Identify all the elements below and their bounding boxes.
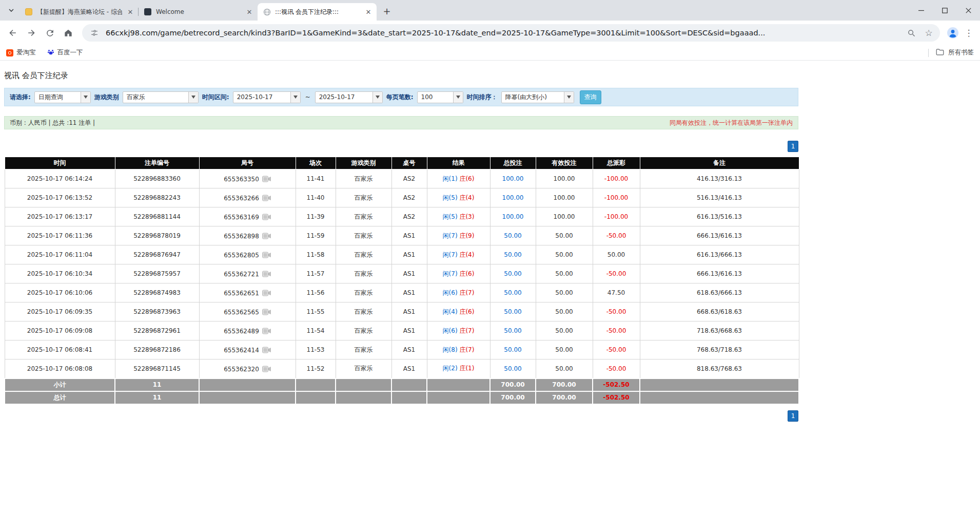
cell-total-bet: 50.00 <box>490 359 536 378</box>
all-bookmarks[interactable]: 所有书签 <box>928 48 974 57</box>
dropdown-arrow-icon[interactable] <box>564 92 574 103</box>
bookmark-star-icon[interactable]: ☆ <box>923 27 935 39</box>
date-end-input[interactable]: 2025-10-17 <box>315 91 383 103</box>
bet-row: 2025-10-17 06:10:06522896874983655362651… <box>5 283 799 302</box>
total-bet-link[interactable]: 50.00 <box>504 251 521 258</box>
profile-avatar-icon[interactable] <box>946 26 959 40</box>
cell-valid-bet: 50.00 <box>536 264 593 283</box>
sort-select[interactable]: 降幂(由大到小) <box>501 91 574 103</box>
tab-strip: 【新提醒】海燕策略论坛 - 综合 ✕ Welcome ✕ :::视讯 会员下注纪… <box>0 0 980 21</box>
total-bet-link[interactable]: 100.00 <box>502 213 524 220</box>
total-bet-link[interactable]: 50.00 <box>504 327 521 334</box>
tab-welcome[interactable]: Welcome ✕ <box>139 3 258 21</box>
address-bar[interactable]: 66cxkj98.com/game/betrecord_search/kind3… <box>82 24 940 42</box>
page-1-button[interactable]: 1 <box>788 410 798 422</box>
total-bet-link[interactable]: 100.00 <box>502 194 524 201</box>
total-bet-link[interactable]: 50.00 <box>504 232 521 239</box>
maximize-button[interactable] <box>933 0 956 21</box>
cell-bet-id: 522896874983 <box>115 283 199 302</box>
video-replay-icon[interactable] <box>262 195 271 201</box>
total-bet-link[interactable]: 50.00 <box>504 365 521 372</box>
date-start-input[interactable]: 2025-10-17 <box>233 91 301 103</box>
window-controls <box>909 0 980 21</box>
total-bet-link[interactable]: 50.00 <box>504 308 521 315</box>
round-number: 655362320 <box>224 365 259 372</box>
search-lens-icon[interactable] <box>905 27 917 39</box>
bet-row: 2025-10-17 06:10:34522896875957655362721… <box>5 264 799 283</box>
payout-value: -50.00 <box>606 327 626 334</box>
cell-session: 11-41 <box>296 169 336 188</box>
close-button[interactable] <box>956 0 980 21</box>
cell-game-type: 百家乐 <box>336 321 391 340</box>
tab-close-icon[interactable]: ✕ <box>245 8 253 16</box>
video-replay-icon[interactable] <box>262 252 271 258</box>
video-replay-icon[interactable] <box>262 176 271 182</box>
cell-payout: -50.00 <box>593 359 640 378</box>
home-icon[interactable] <box>61 25 76 41</box>
result-banker: 庄(4) <box>459 194 474 201</box>
cell-game-type: 百家乐 <box>336 245 391 264</box>
browser-menu-icon[interactable]: ⋮ <box>963 28 975 38</box>
total-bet-link[interactable]: 50.00 <box>504 289 521 296</box>
site-settings-tune-icon[interactable] <box>88 27 101 39</box>
total-bet-link[interactable]: 100.00 <box>502 175 524 182</box>
total-bet-link[interactable]: 50.00 <box>504 270 521 277</box>
back-icon[interactable] <box>5 25 21 41</box>
tab-bet-record[interactable]: :::视讯 会员下注纪录::: ✕ <box>258 3 377 21</box>
game-type-select[interactable]: 百家乐 <box>123 91 199 103</box>
video-replay-icon[interactable] <box>262 271 271 277</box>
cell-game-type: 百家乐 <box>336 207 391 226</box>
cell-bet-id: 522896872961 <box>115 321 199 340</box>
page-1-button[interactable]: 1 <box>788 141 798 152</box>
tab-forum[interactable]: 【新提醒】海燕策略论坛 - 综合 ✕ <box>19 3 139 21</box>
bookmark-baidu[interactable]: 百度一下 <box>47 48 83 57</box>
video-replay-icon[interactable] <box>262 290 271 296</box>
result-banker: 庄(7) <box>459 289 474 296</box>
query-mode-select[interactable]: 日期查询 <box>34 91 91 103</box>
cell-time: 2025-10-17 06:11:36 <box>5 226 115 245</box>
tab-close-icon[interactable]: ✕ <box>364 8 373 16</box>
bookmark-taobao[interactable]: 爱淘宝 <box>6 48 36 57</box>
result-banker: 庄(9) <box>459 232 474 239</box>
url-text[interactable]: 66cxkj98.com/game/betrecord_search/kind3… <box>106 29 900 37</box>
cell-bet-id: 522896875957 <box>115 264 199 283</box>
pagination-bottom: 1 <box>4 410 798 422</box>
video-replay-icon[interactable] <box>262 328 271 334</box>
result-player: 闲(4) <box>443 308 458 315</box>
forward-icon[interactable] <box>24 25 39 41</box>
cell-round-id: 655362414 <box>199 340 296 359</box>
bet-table-body: 2025-10-17 06:14:24522896883360655363350… <box>5 169 799 378</box>
video-replay-icon[interactable] <box>262 214 271 220</box>
cell-total-bet: 50.00 <box>490 226 536 245</box>
dropdown-arrow-icon[interactable] <box>81 92 90 103</box>
dropdown-arrow-icon[interactable] <box>188 92 198 103</box>
cell-time: 2025-10-17 06:08:08 <box>5 359 115 378</box>
per-page-select[interactable]: 100 <box>417 91 463 103</box>
new-tab-button[interactable]: + <box>380 4 394 18</box>
dropdown-arrow-icon[interactable] <box>453 92 463 103</box>
cell-payout: -50.00 <box>593 226 640 245</box>
subtotal-valid-bet: 700.00 <box>536 378 593 391</box>
dropdown-arrow-icon[interactable] <box>373 92 382 103</box>
video-replay-icon[interactable] <box>262 366 271 372</box>
reload-icon[interactable] <box>42 25 57 41</box>
tab-close-icon[interactable]: ✕ <box>126 8 134 16</box>
round-number: 655362414 <box>224 346 259 353</box>
total-bet-link[interactable]: 50.00 <box>504 346 521 353</box>
column-header: 总投注 <box>490 157 536 169</box>
minimize-button[interactable] <box>909 0 933 21</box>
dropdown-arrow-icon[interactable] <box>290 92 300 103</box>
video-replay-icon[interactable] <box>262 233 271 239</box>
cell-session: 11-54 <box>296 321 336 340</box>
column-header: 注单编号 <box>115 157 199 169</box>
result-player: 闲(1) <box>443 175 458 182</box>
search-button[interactable]: 查询 <box>580 90 601 104</box>
bet-row: 2025-10-17 06:13:52522896882243655363266… <box>5 188 799 207</box>
cell-total-bet: 100.00 <box>490 207 536 226</box>
select-mode-label: 请选择: <box>10 93 31 102</box>
video-replay-icon[interactable] <box>262 309 271 315</box>
video-replay-icon[interactable] <box>262 347 271 353</box>
cell-game-type: 百家乐 <box>336 359 391 378</box>
round-number: 655362721 <box>224 270 259 277</box>
tab-search-button[interactable] <box>4 3 18 17</box>
